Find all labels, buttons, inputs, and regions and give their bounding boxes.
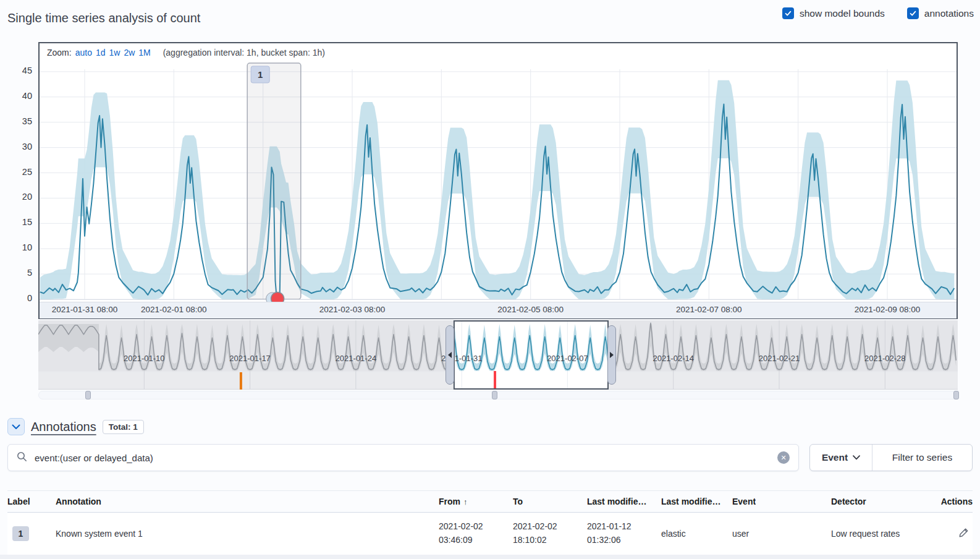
x-axis-label: 2021-01-31 08:00 [52,305,118,314]
svg-text:2021-02-07: 2021-02-07 [547,354,588,363]
search-icon [17,451,27,464]
page-footer [0,555,980,559]
cell-label: 1 [7,513,56,555]
focus-chart-svg[interactable]: 1 [40,61,957,302]
event-dropdown-button[interactable]: Event [810,445,872,471]
column-header-label[interactable]: Label [7,491,56,512]
y-axis-label: 10 [0,242,32,252]
aggregation-note: (aggregation interval: 1h, bucket span: … [163,48,325,58]
y-axis-label: 5 [0,268,32,278]
show-model-bounds-label: show model bounds [800,8,885,19]
triangle-left-icon [448,352,452,358]
chart-options: show model bounds annotations [782,7,974,19]
focus-chart-x-axis: 2021-01-31 08:002021-02-01 08:002021-02-… [40,302,957,318]
cell-event: user [732,513,831,555]
y-axis-label: 40 [0,91,32,101]
slider-handle-2[interactable] [953,391,959,399]
svg-text:2021-02-21: 2021-02-21 [759,354,800,363]
cell-last-modified-by: elastic [661,513,732,555]
svg-text:1: 1 [258,69,263,80]
cell-from: 2021-02-0203:46:09 [439,513,513,555]
column-header-detector[interactable]: Detector [831,491,933,512]
column-header-event[interactable]: Event [732,491,831,512]
cell-last-modified-date: 2021-01-1201:32:06 [587,513,661,555]
annotations-table-header: Label Annotation From↑ To Last modified … [7,490,973,513]
annotations-total-badge: Total: 1 [103,420,144,434]
collapse-annotations-button[interactable] [7,418,25,435]
annotations-label: annotations [924,8,974,19]
y-axis-label: 0 [0,293,32,303]
column-header-actions: Actions [933,491,973,512]
edit-annotation-button[interactable] [958,527,969,540]
x-axis-label: 2021-02-05 08:00 [497,305,564,314]
svg-text:2021-01-17: 2021-01-17 [229,354,271,363]
svg-text:2021-02-28: 2021-02-28 [864,354,906,363]
zoom-link-1M[interactable]: 1M [138,48,150,58]
y-axis-label: 15 [0,217,32,227]
checkbox-checked-icon[interactable] [907,7,919,19]
clear-search-button[interactable]: ✕ [777,451,790,464]
table-row: 1 Known system event 1 2021-02-0203:46:0… [7,513,973,555]
context-chart: 2021-01-102021-01-172021-01-242021-01-31… [38,320,958,390]
annotations-table: Label Annotation From↑ To Last modified … [7,490,973,555]
filter-to-series-button[interactable]: Filter to series [872,445,972,471]
focus-chart-y-axis: 454035302520151050 [0,59,32,302]
annotations-header: Annotations Total: 1 [7,418,144,435]
zoom-label: Zoom: [47,48,72,58]
annotations-search-input[interactable]: event:(user or delayed_data) ✕ [7,444,799,471]
context-chart-svg[interactable]: 2021-01-102021-01-172021-01-242021-01-31… [38,320,958,390]
x-axis-label: 2021-02-01 08:00 [141,305,207,314]
focus-chart: Zoom:auto1d1w2w1M (aggregation interval:… [38,42,958,319]
zoom-link-auto[interactable]: auto [75,48,92,58]
brush-handle-right[interactable] [607,325,616,385]
svg-text:2021-02-14: 2021-02-14 [653,354,694,363]
column-header-to[interactable]: To [513,491,587,512]
triangle-right-icon [610,352,614,358]
annotations-filter-bar: event:(user or delayed_data) ✕ Event Fil… [7,444,973,471]
page-title: Single time series analysis of count [7,11,200,25]
y-axis-label: 20 [0,192,32,202]
annotations-checkbox[interactable]: annotations [907,7,974,19]
column-header-from[interactable]: From↑ [439,491,513,512]
show-model-bounds-checkbox[interactable]: show model bounds [782,7,885,19]
y-axis-label: 30 [0,142,32,151]
column-header-annotation[interactable]: Annotation [56,491,439,512]
svg-text:2021-01-24: 2021-01-24 [336,354,377,363]
x-axis-label: 2021-02-03 08:00 [319,305,386,314]
column-header-last-modified-by[interactable]: Last modified by [661,491,732,512]
cell-detector: Low request rates [831,513,933,555]
brush-handle-left[interactable] [446,325,454,385]
timerange-slider[interactable] [38,391,958,399]
y-axis-label: 25 [0,167,32,177]
svg-text:2021-01-10: 2021-01-10 [124,354,164,363]
checkbox-checked-icon[interactable] [782,7,794,19]
slider-handle-1[interactable] [492,391,497,399]
column-header-last-modified-date[interactable]: Last modified date [587,491,661,512]
zoom-controls: Zoom:auto1d1w2w1M (aggregation interval:… [40,43,957,61]
annotation-label-badge: 1 [12,526,29,541]
x-axis-label: 2021-02-07 08:00 [676,305,742,314]
chevron-down-icon [853,455,860,460]
cell-actions [933,513,973,555]
cell-to: 2021-02-0218:10:02 [513,513,587,555]
sort-ascending-icon: ↑ [463,497,468,506]
filter-button-group: Event Filter to series [809,444,973,471]
cell-annotation: Known system event 1 [56,513,439,555]
y-axis-label: 45 [0,66,32,75]
slider-handle-0[interactable] [85,391,91,399]
x-axis-label: 2021-02-09 08:00 [855,305,921,314]
zoom-link-1d[interactable]: 1d [96,48,106,58]
single-metric-viewer: Single time series analysis of count sho… [0,0,980,559]
y-axis-label: 35 [0,116,32,126]
zoom-link-2w[interactable]: 2w [124,48,135,58]
search-query-text[interactable]: event:(user or delayed_data) [35,453,770,463]
annotations-title: Annotations [31,420,96,434]
zoom-link-1w[interactable]: 1w [109,48,120,58]
